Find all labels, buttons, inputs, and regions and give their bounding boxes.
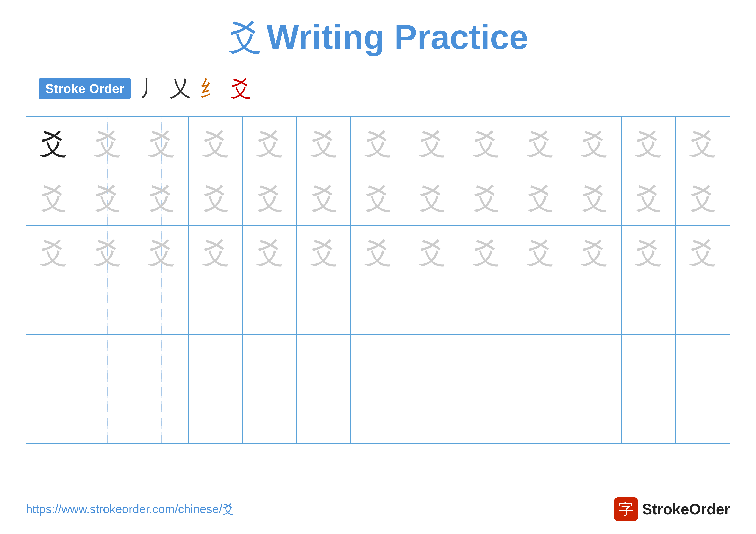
practice-char: 爻 (364, 184, 392, 212)
grid-cell: 爻 (26, 171, 80, 225)
grid-row-5 (26, 335, 730, 389)
grid-cell: 爻 (297, 116, 351, 171)
grid-row-3: 爻 爻 爻 爻 爻 爻 爻 爻 爻 爻 爻 爻 爻 (26, 225, 730, 280)
grid-cell: 爻 (134, 225, 189, 280)
practice-char: 爻 (418, 239, 446, 267)
grid-cell: 爻 (26, 225, 80, 280)
grid-cell (567, 389, 622, 443)
grid-cell: 爻 (676, 171, 730, 225)
stroke-step-3: 纟 (200, 74, 221, 103)
practice-char: 爻 (256, 184, 284, 212)
grid-row-1: 爻 爻 爻 爻 爻 爻 爻 爻 爻 爻 爻 爻 爻 (26, 116, 730, 171)
stroke-step-2: 乂 (170, 74, 191, 103)
title-character: 爻 (228, 20, 262, 54)
footer: https://www.strokeorder.com/chinese/爻 字 … (26, 497, 730, 521)
grid-cell: 爻 (297, 225, 351, 280)
grid-cell (26, 389, 80, 443)
page-content: 爻 Writing Practice Stroke Order 丿 乂 纟 爻 … (0, 0, 756, 534)
grid-cell (513, 280, 567, 334)
grid-cell (243, 389, 297, 443)
practice-char: 爻 (580, 184, 608, 212)
grid-cell (459, 280, 513, 334)
grid-cell: 爻 (134, 116, 189, 171)
grid-cell (26, 335, 80, 389)
footer-url[interactable]: https://www.strokeorder.com/chinese/爻 (26, 501, 234, 517)
grid-cell: 爻 (622, 116, 676, 171)
practice-char: 爻 (580, 239, 608, 267)
grid-cell (189, 389, 243, 443)
grid-row-2: 爻 爻 爻 爻 爻 爻 爻 爻 爻 爻 爻 爻 爻 (26, 171, 730, 225)
grid-cell (622, 335, 676, 389)
grid-cell (243, 335, 297, 389)
practice-char: 爻 (39, 239, 67, 267)
grid-cell: 爻 (189, 225, 243, 280)
grid-cell: 爻 (405, 225, 459, 280)
practice-char: 爻 (148, 184, 176, 212)
practice-char: 爻 (310, 239, 338, 267)
grid-cell (513, 335, 567, 389)
practice-char: 爻 (634, 239, 662, 267)
title-text: Writing Practice (266, 17, 528, 57)
practice-char: 爻 (256, 130, 284, 158)
grid-cell (567, 280, 622, 334)
grid-cell: 爻 (351, 225, 405, 280)
grid-cell: 爻 (243, 225, 297, 280)
grid-cell (297, 280, 351, 334)
grid-cell (80, 335, 134, 389)
practice-char: 爻 (364, 239, 392, 267)
grid-cell (351, 389, 405, 443)
grid-cell (134, 280, 189, 334)
grid-cell (405, 280, 459, 334)
practice-char: 爻 (418, 184, 446, 212)
grid-cell: 爻 (351, 171, 405, 225)
grid-cell (622, 389, 676, 443)
grid-row-6 (26, 389, 730, 443)
practice-char: 爻 (526, 130, 554, 158)
practice-char: 爻 (202, 184, 230, 212)
practice-char: 爻 (634, 184, 662, 212)
grid-cell (80, 389, 134, 443)
grid-cell: 爻 (243, 171, 297, 225)
practice-char: 爻 (202, 239, 230, 267)
grid-cell: 爻 (80, 116, 134, 171)
grid-cell: 爻 (622, 225, 676, 280)
practice-char: 爻 (472, 184, 500, 212)
grid-cell (243, 280, 297, 334)
practice-char: 爻 (256, 239, 284, 267)
grid-cell (459, 389, 513, 443)
practice-char: 爻 (688, 130, 716, 158)
grid-cell: 爻 (676, 225, 730, 280)
grid-cell (567, 335, 622, 389)
logo-text: StrokeOrder (642, 501, 730, 518)
grid-cell: 爻 (622, 171, 676, 225)
grid-cell (297, 335, 351, 389)
grid-cell: 爻 (243, 116, 297, 171)
grid-cell: 爻 (459, 171, 513, 225)
practice-char: 爻 (39, 184, 67, 212)
grid-cell (134, 389, 189, 443)
practice-char: 爻 (93, 130, 121, 158)
grid-cell (405, 335, 459, 389)
grid-cell (405, 389, 459, 443)
grid-cell: 爻 (189, 171, 243, 225)
stroke-step-4: 爻 (230, 74, 252, 103)
stroke-order-badge[interactable]: Stroke Order (39, 78, 131, 99)
practice-char: 爻 (472, 239, 500, 267)
grid-cell: 爻 (80, 225, 134, 280)
grid-cell: 爻 (405, 171, 459, 225)
grid-cell (189, 280, 243, 334)
grid-cell: 爻 (459, 225, 513, 280)
grid-cell: 爻 (459, 116, 513, 171)
practice-char: 爻 (526, 184, 554, 212)
practice-char: 爻 (526, 239, 554, 267)
grid-cell: 爻 (513, 171, 567, 225)
grid-cell: 爻 (567, 116, 622, 171)
grid-cell: 爻 (297, 171, 351, 225)
grid-cell: 爻 (189, 116, 243, 171)
grid-cell (676, 389, 730, 443)
title-area: 爻 Writing Practice (228, 17, 528, 57)
grid-cell: 爻 (513, 116, 567, 171)
grid-cell: 爻 (26, 116, 80, 171)
grid-cell (351, 335, 405, 389)
practice-char: 爻 (39, 130, 67, 158)
